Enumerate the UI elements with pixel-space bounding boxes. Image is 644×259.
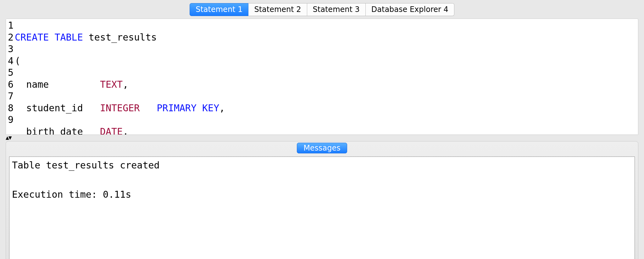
code-line: student_id INTEGER PRIMARY KEY, — [15, 102, 638, 114]
tab-database-explorer[interactable]: Database Explorer 4 — [366, 3, 454, 16]
sql-editor[interactable]: 1 2 3 4 5 6 7 8 9 CREATE TABLE test_resu… — [6, 19, 638, 135]
sql-type: TEXT — [100, 79, 123, 90]
tab-statement-1[interactable]: Statement 1 — [190, 3, 248, 16]
line-number: 5 — [7, 67, 14, 79]
code-line: ( — [15, 55, 638, 67]
line-number: 8 — [7, 102, 14, 114]
results-tab-bar: Messages — [6, 141, 638, 155]
line-number: 7 — [7, 90, 14, 102]
code-line: CREATE TABLE test_results — [15, 31, 638, 43]
line-number: 3 — [7, 43, 14, 55]
sql-punct: , — [123, 126, 128, 135]
messages-output[interactable]: Table test_results created Execution tim… — [9, 157, 635, 259]
tab-statement-3[interactable]: Statement 3 — [307, 3, 366, 16]
sql-punct: , — [219, 102, 225, 113]
tab-statement-2[interactable]: Statement 2 — [248, 3, 307, 16]
top-tab-bar: Statement 1 Statement 2 Statement 3 Data… — [0, 0, 644, 16]
sql-punct: ( — [15, 55, 20, 66]
sql-keyword: TABLE — [54, 32, 83, 43]
line-number: 6 — [7, 79, 14, 91]
splitter-handle[interactable]: ▲▼ — [6, 135, 638, 141]
code-line: birth_date DATE, — [15, 126, 638, 135]
tab-messages[interactable]: Messages — [297, 143, 347, 153]
sql-punct: , — [123, 79, 128, 90]
sql-column: name — [26, 79, 49, 90]
sql-constraint: PRIMARY KEY — [157, 102, 219, 113]
code-area[interactable]: CREATE TABLE test_results ( name TEXT, s… — [14, 19, 638, 135]
line-number: 1 — [7, 19, 14, 31]
sql-type: INTEGER — [100, 102, 140, 113]
sql-column: student_id — [26, 102, 83, 113]
line-number-gutter: 1 2 3 4 5 6 7 8 9 — [6, 19, 14, 135]
sql-keyword: CREATE — [15, 32, 49, 43]
sql-identifier: test_results — [89, 32, 157, 43]
results-panel: Messages Table test_results created Exec… — [6, 141, 638, 259]
code-line: name TEXT, — [15, 79, 638, 91]
sql-column: birth_date — [26, 126, 83, 135]
line-number: 9 — [7, 114, 14, 126]
sql-type: DATE — [100, 126, 123, 135]
tab-group: Statement 1 Statement 2 Statement 3 Data… — [190, 3, 454, 16]
line-number: 4 — [7, 55, 14, 67]
line-number: 2 — [7, 31, 14, 43]
